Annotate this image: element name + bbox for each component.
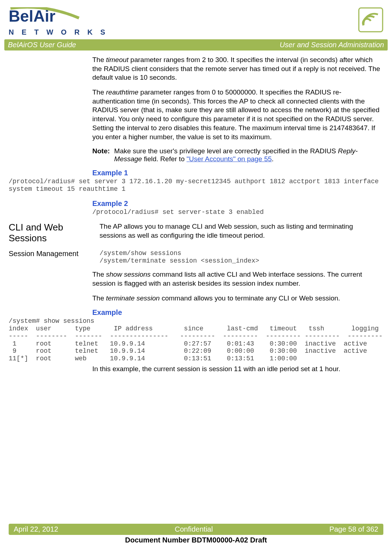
document-number: Document Number BDTM00000-A02 Draft	[0, 536, 392, 544]
example-2-command: /protocol/radius# set server-state 3 ena…	[92, 208, 380, 216]
section-intro: The AP allows you to manage CLI and Web …	[100, 222, 380, 240]
footer-date: April 22, 2012	[14, 525, 58, 533]
paragraph-reauthtime: The reauthtime parameter ranges from 0 t…	[92, 88, 380, 141]
note-label: Note:	[92, 147, 110, 163]
paragraph-example-explain: In this example, the current session is …	[92, 365, 380, 374]
session-mgmt-commands: /system/show sessions /system/terminate …	[100, 250, 380, 264]
header-right: User and Session Administration	[280, 41, 384, 49]
paragraph-timeout: The timeout parameter ranges from 2 to 3…	[92, 56, 380, 82]
networks-text: N E T W O R K S	[9, 28, 108, 36]
subsection-session-mgmt: Session Management	[9, 250, 92, 258]
header-bar: BelAirOS User Guide User and Session Adm…	[4, 39, 388, 50]
example-3-output: /system# show sessions index user type I…	[9, 317, 383, 362]
footer-page: Page 58 of 362	[329, 525, 378, 533]
note-block: Note: Make sure the user's privilege lev…	[92, 147, 380, 163]
header-left: BelAirOS User Guide	[8, 41, 76, 49]
footer-bar: April 22, 2012 Confidential Page 58 of 3…	[9, 524, 383, 535]
wireless-stamp-icon	[358, 7, 383, 32]
example-1-header: Example 1	[92, 169, 380, 177]
footer-confidential: Confidential	[175, 525, 213, 533]
belair-logo: BelAir N E T W O R K S	[9, 7, 108, 36]
header-logos: BelAir N E T W O R K S	[9, 7, 383, 36]
paragraph-terminate-session: The terminate session command allows you…	[92, 294, 380, 303]
example-3-header: Example	[92, 308, 380, 317]
user-accounts-link[interactable]: "User Accounts" on page 55	[186, 155, 272, 163]
belair-swoosh-icon: BelAir	[9, 7, 81, 27]
section-title-cli-web: CLI and Web Sessions	[9, 222, 92, 244]
example-2-header: Example 2	[92, 199, 380, 208]
example-1-command: /protocol/radius# set server 3 172.16.1.…	[9, 178, 383, 193]
note-body: Make sure the user's privilege level are…	[114, 147, 380, 163]
paragraph-show-sessions: The show sessions command lists all acti…	[92, 270, 380, 288]
